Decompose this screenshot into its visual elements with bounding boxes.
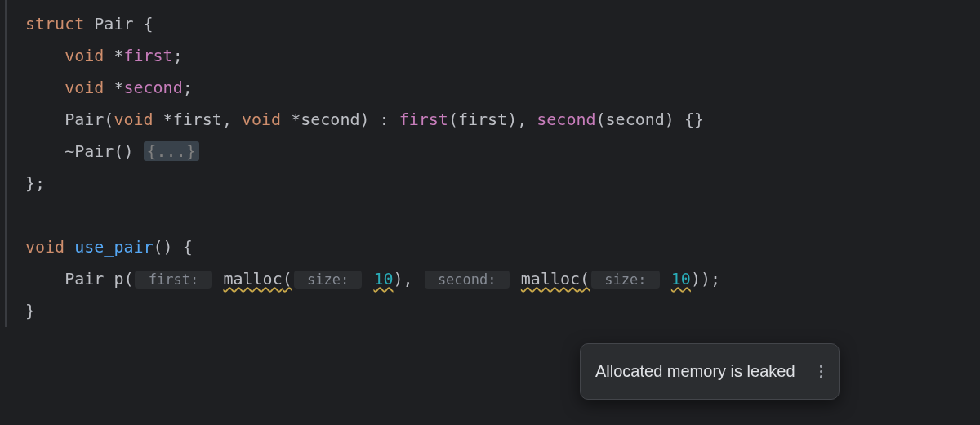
paren-close-braces: ) {} — [665, 110, 704, 129]
paren-close-semi: )); — [691, 269, 720, 289]
paren-open: ( — [123, 269, 133, 289]
code-line[interactable]: void *first; — [7, 40, 980, 72]
code-line[interactable]: } — [7, 295, 980, 327]
init-field-first: first — [399, 110, 448, 129]
indent — [25, 141, 65, 161]
param-first: first — [173, 110, 222, 129]
paren-open: ( — [104, 110, 114, 129]
inlay-hint-size: size: — [591, 271, 660, 289]
code-line-empty[interactable] — [7, 199, 980, 231]
comma: , — [222, 110, 242, 129]
var-p: p — [114, 269, 123, 289]
type-pair: Pair — [65, 269, 104, 289]
space — [84, 14, 94, 34]
constructor-name: Pair — [65, 110, 104, 129]
space — [65, 237, 74, 257]
param-second: second — [301, 110, 359, 129]
paren-close-colon: ) : — [359, 110, 399, 129]
type-void: void — [114, 110, 153, 129]
call-malloc-2: malloc — [521, 269, 580, 289]
tooltip-more-actions-icon[interactable] — [818, 360, 825, 383]
star: * — [104, 46, 123, 65]
space — [104, 269, 114, 289]
indent — [25, 78, 65, 97]
brace-close-semi: }; — [25, 173, 45, 193]
code-line[interactable]: ~Pair() {...} — [7, 136, 980, 168]
star: * — [281, 110, 301, 129]
struct-name: Pair — [94, 14, 133, 34]
star: * — [154, 110, 173, 129]
inspection-tooltip[interactable]: Allocated memory is leaked — [580, 343, 840, 400]
star: * — [104, 78, 123, 97]
type-void: void — [65, 46, 104, 65]
code-line[interactable]: void use_pair() { — [7, 231, 980, 263]
code-line[interactable]: }; — [7, 168, 980, 199]
semicolon: ; — [183, 78, 193, 97]
paren-open: ( — [283, 269, 292, 289]
parens-brace: () { — [154, 237, 193, 257]
field-second: second — [123, 78, 182, 97]
keyword-struct: struct — [25, 14, 84, 34]
function-name: use_pair — [74, 237, 153, 257]
destructor-name: Pair — [74, 141, 114, 161]
init-arg-first: first — [458, 110, 507, 129]
parens-empty: () — [114, 141, 143, 161]
code-line[interactable]: void *second; — [7, 72, 980, 104]
indent — [25, 46, 65, 65]
paren-close-comma: ), — [394, 269, 423, 289]
brace-open: { — [133, 14, 153, 34]
indent — [25, 269, 65, 289]
paren-open: ( — [580, 269, 590, 289]
paren-close: ), — [507, 110, 537, 129]
type-void: void — [242, 110, 281, 129]
init-field-second: second — [537, 110, 595, 129]
number-10: 10 — [373, 269, 393, 289]
code-line[interactable]: Pair p( first: malloc( size: 10), second… — [7, 263, 980, 295]
type-void: void — [25, 237, 65, 257]
inlay-hint-size: size: — [294, 271, 363, 289]
number-10: 10 — [671, 269, 691, 289]
inlay-hint-first: first: — [135, 271, 212, 289]
init-arg-second: second — [606, 110, 665, 129]
folded-region[interactable]: {...} — [144, 141, 199, 161]
tilde: ~ — [65, 141, 74, 161]
semicolon: ; — [173, 46, 183, 65]
inlay-hint-second: second: — [425, 271, 510, 289]
type-void: void — [65, 78, 104, 97]
code-editor[interactable]: struct Pair { void *first; void *second;… — [5, 0, 980, 327]
code-line[interactable]: struct Pair { — [7, 8, 980, 40]
paren-open: ( — [596, 110, 606, 129]
call-malloc-1: malloc — [223, 269, 282, 289]
field-first: first — [123, 46, 172, 65]
paren-open: ( — [448, 110, 458, 129]
brace-close: } — [25, 301, 35, 320]
indent — [25, 110, 65, 129]
code-line[interactable]: Pair(void *first, void *second) : first(… — [7, 104, 980, 136]
tooltip-message: Allocated memory is leaked — [595, 356, 795, 387]
